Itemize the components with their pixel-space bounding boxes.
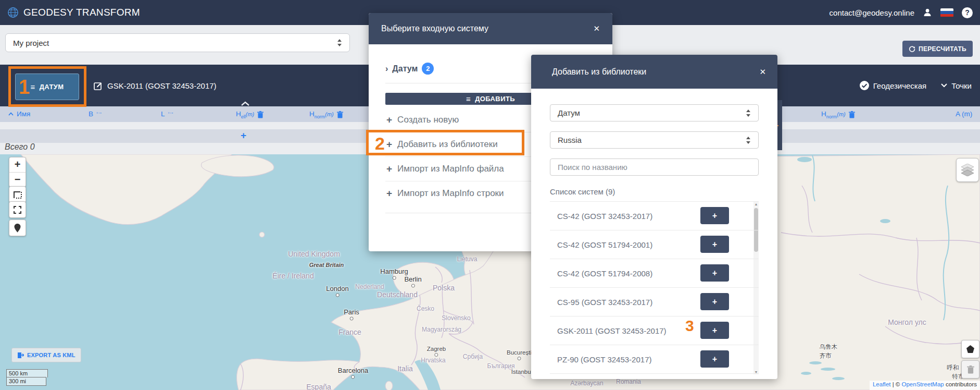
globe-icon [7, 7, 19, 18]
system-row-2: CS-42 (GOST 51794-2008)+ [550, 259, 759, 288]
box-select-button[interactable] [9, 186, 26, 203]
system-name: CS-95 (GOST 32453-2017) [557, 298, 652, 307]
column-hell[interactable]: Hell(m) [236, 110, 263, 119]
add-from-library-modal: Добавить из библиотеки ✕ Датум Russia По… [531, 55, 777, 379]
osm-link[interactable]: OpenStreetMap [902, 381, 944, 387]
datum-button[interactable]: ≡ ДАТУМ [15, 74, 79, 100]
plus-icon: + [386, 190, 392, 197]
section-chevron-icon: › [385, 64, 388, 74]
export-kml-button[interactable]: EXPORT AS KML [11, 348, 81, 362]
trash-icon [967, 365, 974, 374]
leaflet-link[interactable]: Leaflet [873, 381, 891, 387]
trash-icon[interactable] [849, 111, 855, 118]
add-system-button[interactable]: + [700, 350, 729, 368]
add-system-button[interactable]: + [700, 236, 729, 253]
system-name: PZ-90 (GOST 32453-2017) [557, 355, 651, 364]
modal-title: Выберите входную систему [381, 24, 488, 33]
menu-item-label: Добавить из библиотеки [397, 139, 498, 150]
language-flag-ru[interactable] [940, 8, 953, 17]
marker-icon [14, 224, 21, 233]
search-input[interactable]: Поиск по названию [550, 159, 759, 176]
modal-header: Добавить из библиотеки ✕ [531, 55, 777, 89]
map-attribution: Leaflet | © OpenStreetMap contributors [870, 381, 980, 390]
system-name: GSK-2011 (GOST 32453-2017) [557, 326, 667, 335]
geodesic-toggle[interactable]: Геодезическая [860, 81, 927, 90]
system-row-4: GSK-2011 (GOST 32453-2017)+ [550, 316, 759, 345]
modal-header: Выберите входную систему ✕ [369, 13, 612, 44]
add-point-button[interactable]: + [241, 130, 246, 141]
column-name[interactable]: Имя [8, 110, 30, 118]
add-system-button[interactable]: + [700, 322, 729, 339]
delete-shapes-button[interactable] [961, 360, 979, 379]
recalculate-button[interactable]: ПЕРЕСЧИТАТЬ [902, 41, 973, 57]
hidden-panel-strip [777, 100, 782, 150]
systems-list: ▲ ▼ CS-42 (GOST 32453-2017)+CS-42 (GOST … [550, 201, 759, 374]
systems-list-label: Список систем (9) [550, 187, 759, 196]
marker-button[interactable] [9, 220, 26, 236]
select-updown-icon [746, 109, 751, 117]
add-system-button[interactable]: + [700, 207, 729, 224]
user-icon[interactable] [923, 8, 932, 17]
column-hnorm-right[interactable]: Hnorm(m) [821, 110, 855, 119]
export-icon [17, 352, 24, 359]
layers-button[interactable] [956, 158, 979, 182]
help-icon[interactable]: ? [962, 7, 973, 18]
system-row-0: CS-42 (GOST 32453-2017)+ [550, 202, 759, 230]
system-type-select[interactable]: Датум [550, 104, 759, 121]
select-updown-icon [337, 39, 342, 46]
zoom-in-button[interactable]: + [9, 157, 26, 172]
scale-bar-km: 500 km [6, 369, 48, 377]
column-hnorm[interactable]: Hnorm(m) [309, 110, 343, 119]
sort-asc-icon [8, 112, 14, 116]
trash-icon[interactable] [257, 111, 263, 118]
column-l[interactable]: L°’” [161, 110, 173, 118]
system-name: CS-42 (GOST 51794-2001) [557, 240, 652, 249]
points-dropdown[interactable]: Точки [941, 81, 972, 90]
contact-email[interactable]: contact@geodesy.online [830, 8, 914, 17]
count-badge: 2 [422, 63, 434, 75]
system-name: CS-42 (GOST 32453-2017) [557, 212, 652, 221]
zoom-control: + − [9, 157, 26, 187]
menu-icon: ≡ [466, 94, 471, 103]
plus-icon: + [386, 141, 392, 148]
add-system-button[interactable]: + [700, 293, 729, 310]
column-a[interactable]: A (m) [956, 110, 972, 118]
geodesy-transform-app: GEODESY TRANSFORM contact@geodesy.online… [0, 0, 980, 390]
edit-icon [94, 81, 103, 90]
plus-icon: + [386, 165, 392, 173]
collapse-caret-icon[interactable] [241, 101, 250, 106]
system-row-3: CS-95 (GOST 32453-2017)+ [550, 288, 759, 316]
select-updown-icon [746, 137, 751, 144]
brand: GEODESY TRANSFORM [7, 7, 140, 18]
system-row-1: CS-42 (GOST 51794-2001)+ [550, 230, 759, 259]
chevron-down-icon [941, 83, 947, 88]
menu-icon: ≡ [30, 82, 35, 91]
column-b[interactable]: B°’” [89, 110, 102, 118]
check-circle-icon [860, 81, 869, 90]
box-select-icon [14, 190, 22, 199]
zoom-out-button[interactable]: − [9, 172, 26, 187]
fullscreen-button[interactable] [9, 201, 26, 218]
layers-icon [961, 164, 974, 176]
fullscreen-icon [14, 206, 21, 214]
app-title: GEODESY TRANSFORM [23, 7, 140, 18]
system-name: CS-42 (GOST 51794-2008) [557, 269, 652, 278]
menu-item-label: Импорт из MapInfo строки [397, 188, 504, 199]
add-system-button[interactable]: + [700, 264, 729, 282]
polygon-button[interactable] [961, 340, 979, 358]
menu-item-label: Создать новую [397, 115, 459, 125]
current-system[interactable]: GSK-2011 (GOST 32453-2017) [94, 65, 217, 106]
total-count: Всего 0 [5, 142, 35, 152]
system-row-5: PZ-90 (GOST 32453-2017)+ [550, 345, 759, 374]
project-select[interactable]: My project [5, 33, 350, 52]
scale-bar-mi: 300 mi [6, 377, 46, 386]
modal-title: Добавить из библиотеки [552, 67, 646, 77]
trash-icon[interactable] [337, 111, 343, 118]
close-icon[interactable]: ✕ [593, 24, 600, 33]
menu-item-label: Импорт из MapInfo файла [397, 164, 504, 174]
plus-icon: + [386, 116, 392, 124]
polygon-icon [966, 345, 975, 354]
close-icon[interactable]: ✕ [759, 67, 766, 77]
country-select[interactable]: Russia [550, 131, 759, 149]
refresh-icon [909, 45, 915, 52]
